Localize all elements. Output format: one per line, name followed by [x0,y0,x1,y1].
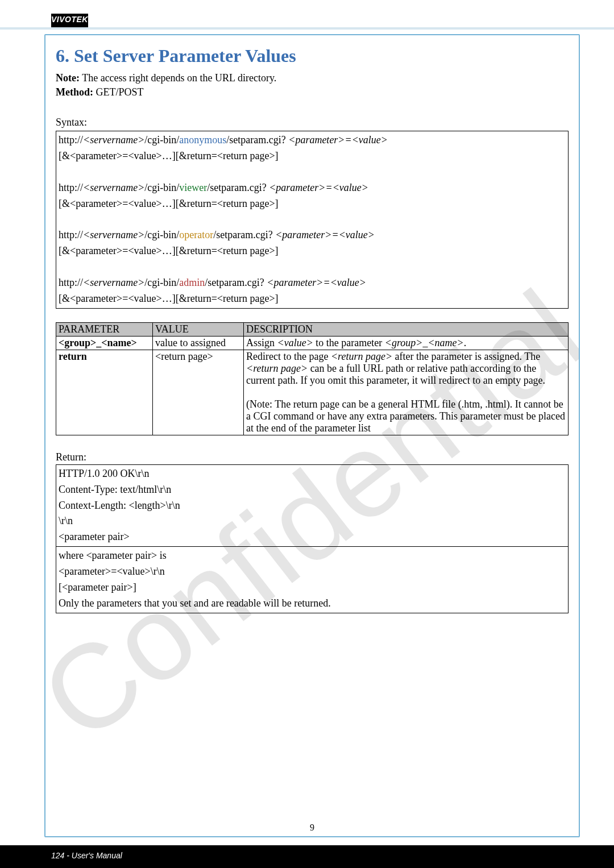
param-name: return [59,351,87,362]
page-title: 6. Set Server Parameter Values [56,45,569,67]
return-line: <parameter>=<value>\r\n [59,564,566,580]
return-label: Return: [56,451,569,463]
servername: <servername> [83,277,144,288]
brand-label: VIVOTEK [51,14,88,27]
t: http:// [59,229,83,240]
th-description: DESCRIPTION [244,322,569,336]
cell-value: value to assigned [153,336,244,350]
t: to the parameter [313,337,385,348]
return-box-1: HTTP/1.0 200 OK\r\n Content-Type: text/h… [56,464,569,547]
page-footer: 124 - User's Manual [0,845,614,868]
cell-desc: Assign <value> to the parameter <group>_… [244,336,569,350]
inner-page-number: 9 [310,823,314,833]
note-label: Note: [56,72,80,84]
return-line: Context-Length: <length>\r\n [59,498,566,514]
italic-return-page: <return page> [331,351,392,362]
return-line: [<parameter pair>] [59,580,566,596]
syntax-box: http://<servername>/cgi-bin/anonymous/se… [56,131,569,309]
return-note: (Note: The return page can be a general … [246,398,565,434]
syntax-label: Syntax: [56,117,569,128]
method-text: GET/POST [93,86,144,98]
table-row: <group>_<name> value to assigned Assign … [56,336,569,350]
th-value: VALUE [153,322,244,336]
role-viewer: viewer [179,182,207,193]
content-frame: Confidential 6. Set Server Parameter Val… [44,34,580,837]
kv: <parameter>=<value> [288,134,388,146]
t: /setparam.cgi? [205,277,267,288]
t: /cgi-bin/ [144,134,179,146]
t: . [464,337,467,348]
italic-value: <value> [277,337,313,348]
syntax-operator-line1: http://<servername>/cgi-bin/operator/set… [59,227,566,243]
kv: <parameter>=<value> [267,277,366,288]
return-line: Only the parameters that you set and are… [59,596,566,612]
return-line: HTTP/1.0 200 OK\r\n [59,466,566,482]
syntax-operator-line2: [&<parameter>=<value>…][&return=<return … [59,243,566,259]
note-text: The access right depends on the URL dire… [80,72,276,84]
t: /setparam.cgi? [213,229,275,240]
method-label: Method: [56,86,93,98]
syntax-anon-line1: http://<servername>/cgi-bin/anonymous/se… [59,132,566,148]
t: http:// [59,134,83,146]
t: /setparam.cgi? [207,182,269,193]
servername: <servername> [83,182,144,193]
syntax-viewer-line2: [&<parameter>=<value>…][&return=<return … [59,196,566,212]
th-parameter: PARAMETER [56,322,153,336]
t: /cgi-bin/ [144,182,179,193]
t: after the parameter is assigned. The [392,351,540,362]
cell-param: return [56,350,153,435]
table-row: return <return page> Redirect to the pag… [56,350,569,435]
method-line: Method: GET/POST [56,86,569,98]
return-line: where <parameter pair> is [59,548,566,564]
syntax-admin-line2: [&<parameter>=<value>…][&return=<return … [59,291,566,307]
return-line: <parameter pair> [59,529,566,545]
table-header-row: PARAMETER VALUE DESCRIPTION [56,322,569,336]
cell-param: <group>_<name> [56,336,153,350]
t: /cgi-bin/ [144,229,179,240]
syntax-anon-line2: [&<parameter>=<value>…][&return=<return … [59,148,566,164]
kv: <parameter>=<value> [275,229,375,240]
servername: <servername> [83,229,144,240]
return-line: Content-Type: text/html\r\n [59,482,566,498]
t: http:// [59,277,83,288]
syntax-admin-line1: http://<servername>/cgi-bin/admin/setpar… [59,275,566,291]
cell-value: <return page> [153,350,244,435]
t: Redirect to the page [246,351,331,362]
role-anonymous: anonymous [179,134,226,146]
note-line: Note: The access right depends on the UR… [56,72,569,84]
return-line: \r\n [59,513,566,529]
return-box-2: where <parameter pair> is <parameter>=<v… [56,547,569,613]
t: http:// [59,182,83,193]
parameter-table: PARAMETER VALUE DESCRIPTION <group>_<nam… [56,322,569,435]
syntax-viewer-line1: http://<servername>/cgi-bin/viewer/setpa… [59,180,566,196]
t: Assign [246,337,277,348]
role-admin: admin [179,277,205,288]
kv: <parameter>=<value> [269,182,368,193]
t: /setparam.cgi? [226,134,288,146]
cell-desc: Redirect to the page <return page> after… [244,350,569,435]
footer-page-label: 124 - User's Manual [51,851,122,860]
t: /cgi-bin/ [144,277,179,288]
italic-return-page: <return page> [246,363,308,374]
italic-group-name: <group>_<name> [385,337,464,348]
servername: <servername> [83,134,144,146]
role-operator: operator [179,229,213,240]
param-name: <group>_<name> [59,337,137,348]
